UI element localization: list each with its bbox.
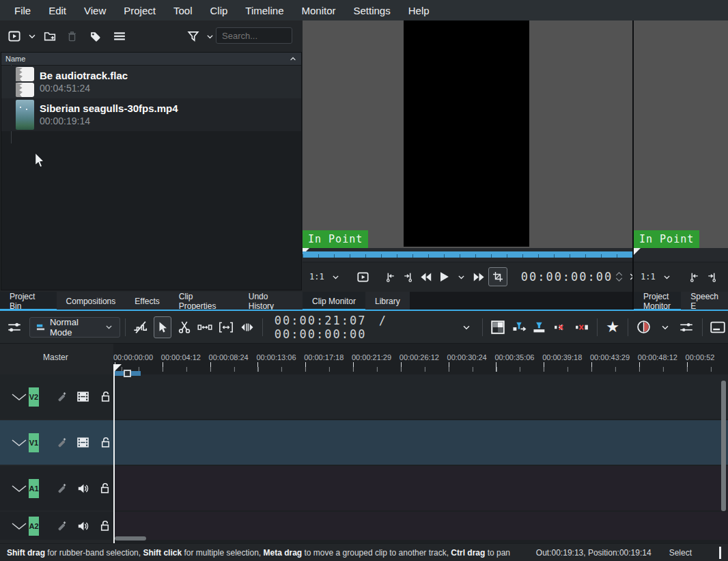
- filter-button[interactable]: [184, 27, 202, 45]
- tab-compositions[interactable]: Compositions: [57, 292, 126, 311]
- set-in-point-button[interactable]: [686, 268, 703, 286]
- create-folder-button[interactable]: [41, 27, 59, 45]
- set-out-point-button[interactable]: [400, 268, 417, 286]
- track-effects-icon[interactable]: [55, 437, 68, 449]
- track-body-a2[interactable]: [113, 512, 728, 540]
- play-button[interactable]: [435, 268, 453, 286]
- play-dropdown-chevron-icon[interactable]: [453, 268, 471, 286]
- zoom-dropdown-chevron-icon[interactable]: [327, 268, 345, 286]
- extract-zone-button[interactable]: [552, 317, 570, 338]
- collapse-chevron-icon[interactable]: [11, 484, 27, 493]
- menu-tool[interactable]: Tool: [165, 5, 201, 16]
- lock-track-icon[interactable]: [100, 391, 111, 402]
- track-header-a2[interactable]: A2: [0, 512, 113, 540]
- menu-timeline[interactable]: Timeline: [236, 5, 292, 16]
- clip-monitor-seek-bar[interactable]: [303, 248, 632, 262]
- audio-track-icon[interactable]: [76, 482, 89, 495]
- preview-render-button[interactable]: [635, 317, 652, 338]
- set-in-point-button[interactable]: [382, 268, 400, 286]
- lock-track-icon[interactable]: [99, 482, 111, 494]
- monitor-overlay-button[interactable]: [354, 268, 372, 286]
- master-track-button[interactable]: Master: [43, 353, 68, 362]
- tab-project-bin[interactable]: Project Bin: [0, 292, 57, 311]
- zoom-level-label[interactable]: 1:1: [641, 272, 656, 282]
- set-out-point-button[interactable]: [703, 268, 721, 286]
- timeline-ruler[interactable]: 00:00:00:0000:00:04:1200:00:08:2400:00:1…: [113, 351, 728, 361]
- timeline-vertical-scrollbar[interactable]: [721, 381, 726, 511]
- timecode-dropdown-chevron-icon[interactable]: [458, 318, 475, 336]
- timeline-horizontal-scrollbar[interactable]: [115, 536, 146, 541]
- rewind-button[interactable]: [723, 268, 728, 286]
- zoom-level-label[interactable]: 1:1: [309, 272, 324, 282]
- preview-render-chevron-icon[interactable]: [656, 318, 674, 336]
- track-badge[interactable]: A1: [29, 479, 39, 498]
- lock-track-icon[interactable]: [99, 520, 111, 532]
- track-header-v2[interactable]: V2: [0, 374, 113, 419]
- timeline-area[interactable]: Master 00:00:00:0000:00:04:1200:00:08:24…: [0, 344, 728, 543]
- track-effects-icon[interactable]: [55, 391, 68, 403]
- zone-mode-button[interactable]: [488, 267, 507, 286]
- zone-in-marker[interactable]: [634, 248, 641, 255]
- tab-clip-properties[interactable]: Clip Properties: [169, 292, 239, 311]
- overwrite-zone-button[interactable]: [531, 317, 548, 338]
- edit-mode-dropdown[interactable]: Normal Mode: [29, 317, 120, 338]
- video-track-icon[interactable]: [76, 391, 89, 402]
- clip-row-video[interactable]: Siberian seagulls-30fps.mp4 00:00:19:14: [1, 98, 301, 131]
- clip-row-audio[interactable]: Be audiotrack.flac 00:04:51:24: [1, 66, 301, 98]
- tab-clip-monitor[interactable]: Clip Monitor: [303, 292, 365, 311]
- rewind-button[interactable]: [417, 268, 435, 286]
- track-body-v2[interactable]: [113, 374, 728, 419]
- favorite-effects-button[interactable]: ★: [604, 317, 621, 338]
- track-effects-icon[interactable]: [55, 482, 68, 495]
- spacer-tool-button[interactable]: [197, 317, 214, 338]
- collapse-chevron-icon[interactable]: [11, 522, 27, 530]
- project-bin-list[interactable]: Name Be audiotrack.flac 00:04:51:24: [1, 52, 302, 290]
- track-header-a1[interactable]: A1: [0, 466, 113, 510]
- expand-toolbar-chevron-icon[interactable]: [623, 268, 632, 286]
- razor-tool-button[interactable]: [176, 317, 193, 338]
- menu-help[interactable]: Help: [400, 5, 438, 16]
- ripple-tool-button[interactable]: [238, 317, 255, 338]
- track-body-a1[interactable]: [113, 466, 728, 510]
- insert-zone-button[interactable]: [510, 317, 527, 338]
- menu-edit[interactable]: Edit: [40, 5, 75, 16]
- mix-clips-button[interactable]: [490, 317, 507, 338]
- track-badge[interactable]: V1: [29, 433, 39, 452]
- forward-button[interactable]: [471, 268, 488, 286]
- track-settings-icon[interactable]: [5, 318, 23, 336]
- project-monitor-video-area[interactable]: In Point: [634, 20, 728, 248]
- menu-monitor[interactable]: Monitor: [292, 5, 344, 16]
- zoom-dropdown-chevron-icon[interactable]: [658, 268, 676, 286]
- tab-speech-editor[interactable]: Speech E: [681, 292, 728, 311]
- menu-file[interactable]: File: [5, 5, 40, 16]
- audio-track-icon[interactable]: [76, 520, 89, 532]
- tag-button[interactable]: [86, 27, 104, 45]
- tab-undo-history[interactable]: Undo History: [239, 292, 303, 311]
- slip-tool-button[interactable]: [218, 317, 235, 338]
- tab-effects[interactable]: Effects: [125, 292, 169, 311]
- add-clip-dropdown-chevron-icon[interactable]: [23, 27, 41, 45]
- bin-list-header[interactable]: Name: [1, 53, 301, 66]
- bin-view-menu-button[interactable]: [111, 27, 128, 45]
- clip-monitor-video-area[interactable]: In Point: [303, 20, 632, 248]
- mixed-audio-video-icon[interactable]: [132, 317, 150, 338]
- subtitle-track-button[interactable]: [709, 317, 726, 338]
- audio-mixer-button[interactable]: [678, 317, 695, 338]
- track-effects-icon[interactable]: [55, 520, 68, 532]
- menu-clip[interactable]: Clip: [201, 5, 237, 16]
- collapse-chevron-icon[interactable]: [11, 439, 27, 447]
- menu-settings[interactable]: Settings: [345, 5, 400, 16]
- zone-handle[interactable]: [124, 370, 131, 377]
- selection-tool-button[interactable]: [154, 316, 172, 338]
- menu-project[interactable]: Project: [115, 5, 165, 16]
- tab-library[interactable]: Library: [365, 292, 410, 311]
- menu-view[interactable]: View: [75, 5, 115, 16]
- sort-chevron-up-icon[interactable]: [289, 55, 297, 63]
- track-badge[interactable]: A2: [29, 517, 39, 536]
- track-body-v1[interactable]: [113, 420, 728, 465]
- lock-track-icon[interactable]: [100, 437, 111, 448]
- timecode-spinner[interactable]: [615, 272, 623, 282]
- collapse-chevron-icon[interactable]: [11, 393, 27, 401]
- monitor-timecode[interactable]: 00:00:00:00: [521, 270, 613, 284]
- track-badge[interactable]: V2: [29, 387, 39, 407]
